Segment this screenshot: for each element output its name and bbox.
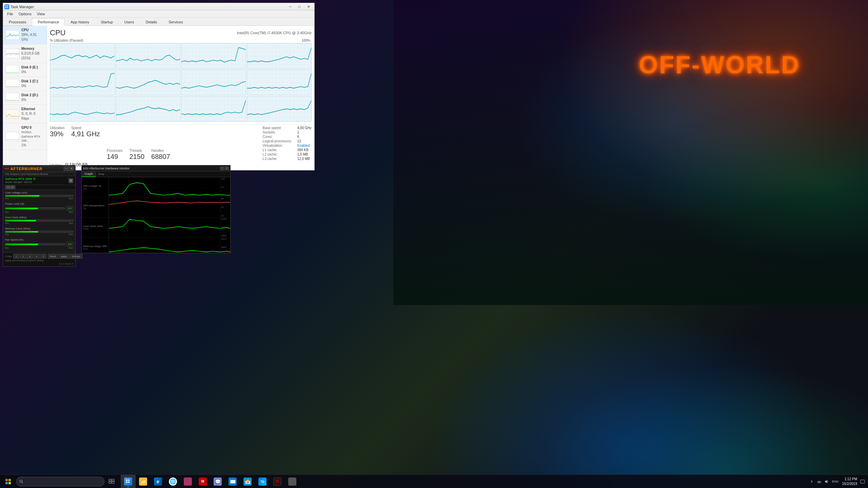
core-voltage-row: Core Voltage (mV) MinMax	[5, 191, 73, 200]
tab-services[interactable]: Services	[163, 18, 189, 25]
menu-view[interactable]: View	[34, 11, 48, 17]
cpu-graph-11	[181, 96, 246, 122]
tab-processes[interactable]: Processes	[3, 18, 32, 25]
sidebar-item-ethernet[interactable]: Ethernet S: 0, R: 0 Kbps	[3, 105, 47, 123]
apply-btn[interactable]: Apply	[59, 254, 69, 259]
core-voltage-track[interactable]	[5, 195, 73, 197]
taskbar-app-chrome[interactable]: 🌐	[165, 475, 180, 488]
fan-speed-row: Fan Speed (%) 100 MinMax	[5, 238, 73, 249]
hw-minimize[interactable]: ─	[220, 167, 224, 170]
msi-dragon-icon: M	[201, 480, 204, 483]
tab-startup[interactable]: Startup	[95, 18, 118, 25]
sidebar-item-cpu[interactable]: CPU 39%, 4,91 GHz	[3, 26, 47, 44]
taskbar-app-5[interactable]	[180, 475, 195, 488]
chrome-icon: 🌐	[170, 478, 176, 485]
fan-speed-meta: MinMax	[5, 247, 73, 249]
util-value: 39%	[50, 130, 64, 138]
power-limit-track[interactable]	[5, 207, 65, 209]
speaker-icon[interactable]	[824, 479, 829, 484]
taskbar-app-mail[interactable]: ✉️	[225, 475, 240, 488]
taskbar-app-6[interactable]: M	[195, 475, 210, 488]
taskbar-search[interactable]	[16, 477, 104, 486]
task-view-icon	[108, 479, 115, 484]
gpu-temp-row: GPU temperature, °C 90 45 30	[82, 197, 230, 217]
tab-performance[interactable]: Performance	[32, 18, 65, 26]
start-button[interactable]	[0, 475, 16, 488]
reset-btn[interactable]: Reset	[48, 254, 58, 259]
core-clock-track[interactable]	[5, 220, 73, 222]
tab-users[interactable]: Users	[119, 18, 140, 25]
taskbar-app-discord[interactable]: 💬	[210, 475, 225, 488]
pause-button[interactable]	[68, 178, 73, 183]
utilization-label: % Utilization (Paused) 100%	[50, 39, 312, 42]
svg-rect-10	[181, 70, 246, 95]
time-display: 1:12 PM	[842, 477, 857, 482]
svg-rect-30	[128, 482, 130, 483]
hw-snap-btn[interactable]: Snap	[96, 171, 106, 177]
taskbar-app-12[interactable]	[285, 475, 300, 488]
task-manager-window: Task Manager ─ □ ✕ File Options View Pro…	[3, 3, 315, 170]
hw-close[interactable]: ✕	[225, 167, 229, 170]
msi-subtitle: MSI Graphics Card Performance Booster	[3, 172, 75, 176]
hw-monitor-window: MSI Afterburner Hardware Monitor ─ ✕ Gra…	[81, 165, 231, 253]
handles-stat: Handles 68807	[151, 149, 170, 161]
hw-tab-graph[interactable]: Graph	[82, 171, 96, 177]
sidebar-item-disk1[interactable]: Disk 1 (C:) 0%	[3, 77, 47, 91]
disk2-sidebar-info: Disk 2 (D:) 0%	[21, 93, 38, 102]
sidebar-item-memory[interactable]: Memory 6,2/19,9 GB (31%)	[3, 44, 47, 63]
profile-3-btn[interactable]: 3	[27, 254, 33, 259]
gpu-usage-row: GPU usage, % 100 100 50 0	[82, 177, 230, 197]
sidebar-item-disk2[interactable]: Disk 2 (D:) 0%	[3, 91, 47, 105]
speed-stat: Speed 4,91 GHz	[71, 126, 100, 161]
msi-close[interactable]: ✕	[69, 167, 74, 171]
task-manager-taskbar-icon	[126, 479, 131, 484]
tray-chevron[interactable]	[809, 479, 814, 484]
profile-4-btn[interactable]: 4	[34, 254, 40, 259]
sidebar-item-gpu[interactable]: GPU 0 NVIDIA GeForce RTX 208... 1%	[3, 123, 47, 150]
taskbar-app-msi-center[interactable]: M	[270, 475, 285, 488]
settings-btn[interactable]: Settings	[70, 254, 82, 259]
l3-label: L3 cache:	[263, 157, 292, 161]
taskbar-app-calendar[interactable]: 📅	[240, 475, 255, 488]
memory-clock-fill	[5, 231, 38, 232]
memory-clock-track[interactable]	[5, 231, 73, 233]
svg-rect-11	[247, 70, 312, 95]
processes-stat: Processes 149	[107, 149, 123, 161]
l1-value: 384 KB	[297, 148, 312, 152]
profile-1-btn[interactable]: 1	[13, 254, 19, 259]
language-indicator[interactable]: ENG	[831, 480, 840, 483]
notification-icon[interactable]	[860, 479, 865, 484]
network-icon[interactable]	[816, 479, 822, 484]
disk1-thumb	[6, 79, 19, 88]
minimize-button[interactable]: ─	[286, 4, 295, 9]
cpu-graph-9	[50, 96, 115, 122]
menu-file[interactable]: File	[4, 11, 16, 17]
msi-bottom-bar: Profile 1 2 3 4 5 Reset Apply Settings A…	[3, 252, 75, 266]
threads-label: Threads	[130, 149, 145, 152]
taskbar-app-explorer[interactable]: 📁	[136, 475, 151, 488]
task-manager-icon	[4, 4, 9, 9]
close-button[interactable]: ✕	[304, 4, 313, 9]
task-view-button[interactable]	[104, 475, 119, 488]
clock[interactable]: 1:12 PM 15/2/2019	[842, 477, 857, 486]
profile-2-btn[interactable]: 2	[20, 254, 26, 259]
profile-label: Profile	[5, 255, 12, 258]
sidebar-item-disk0[interactable]: Disk 0 (E:) 0%	[3, 63, 47, 77]
tab-details[interactable]: Details	[140, 18, 163, 25]
processes-label: Processes	[107, 149, 123, 152]
maximize-button[interactable]: □	[295, 4, 304, 9]
taskbar-app-task-manager[interactable]	[121, 475, 136, 488]
tab-app-history[interactable]: App history	[65, 18, 95, 25]
svg-rect-3	[7, 7, 8, 8]
hw-title: MSI Afterburner Hardware Monitor	[83, 167, 130, 170]
taskbar-app-store[interactable]: 🛍	[255, 475, 270, 488]
gpu-usage-yaxis: 100 50 0	[220, 177, 230, 197]
fan-speed-track[interactable]	[5, 243, 65, 245]
menu-options[interactable]: Options	[16, 11, 34, 17]
svg-rect-8	[50, 70, 115, 95]
ethernet-thumb	[6, 109, 19, 119]
taskbar-app-edge[interactable]: e	[151, 475, 165, 488]
profile-5-btn[interactable]: 5	[40, 254, 46, 259]
gpu-temp-label: GPU temperature, °C	[82, 197, 109, 217]
msi-minimize[interactable]: ─	[64, 167, 68, 171]
